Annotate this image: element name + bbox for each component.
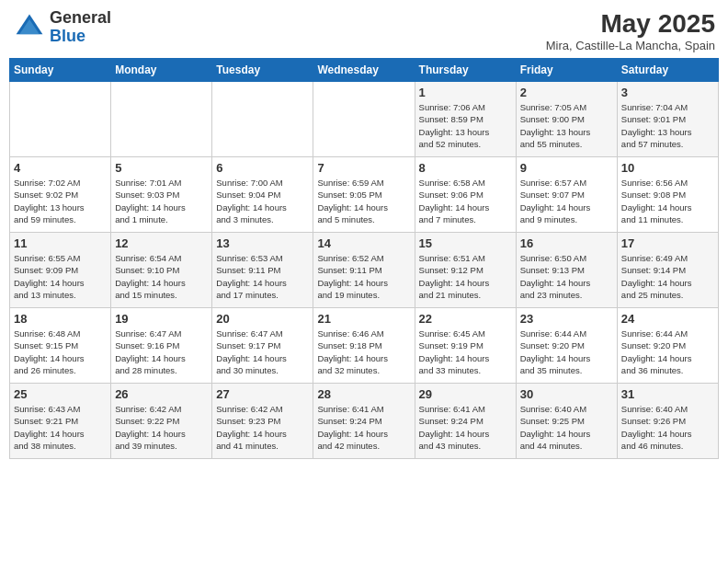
day-number: 2	[520, 86, 613, 99]
day-number: 26	[115, 387, 208, 401]
day-info: Sunrise: 6:57 AM Sunset: 9:07 PM Dayligh…	[520, 177, 613, 225]
calendar-cell: 5Sunrise: 7:01 AM Sunset: 9:03 PM Daylig…	[111, 157, 212, 233]
calendar-cell: 2Sunrise: 7:05 AM Sunset: 9:00 PM Daylig…	[516, 82, 617, 157]
day-number: 23	[520, 312, 613, 326]
calendar-cell	[111, 82, 212, 157]
day-info: Sunrise: 6:50 AM Sunset: 9:13 PM Dayligh…	[520, 252, 613, 301]
calendar-cell: 22Sunrise: 6:45 AM Sunset: 9:19 PM Dayli…	[415, 308, 516, 384]
day-info: Sunrise: 6:59 AM Sunset: 9:05 PM Dayligh…	[317, 177, 410, 225]
logo-general-text: General	[50, 8, 111, 27]
calendar-cell: 29Sunrise: 6:41 AM Sunset: 9:24 PM Dayli…	[415, 384, 516, 459]
calendar-cell: 9Sunrise: 6:57 AM Sunset: 9:07 PM Daylig…	[516, 157, 617, 233]
day-number: 29	[419, 387, 512, 401]
day-number: 21	[317, 312, 410, 326]
day-number: 7	[317, 161, 410, 175]
calendar-cell: 15Sunrise: 6:51 AM Sunset: 9:12 PM Dayli…	[415, 233, 516, 308]
day-header-monday: Monday	[111, 59, 212, 82]
day-number: 17	[621, 236, 714, 250]
calendar-cell: 25Sunrise: 6:43 AM Sunset: 9:21 PM Dayli…	[10, 384, 111, 459]
calendar-cell: 19Sunrise: 6:47 AM Sunset: 9:16 PM Dayli…	[111, 308, 212, 384]
day-info: Sunrise: 6:46 AM Sunset: 9:18 PM Dayligh…	[317, 327, 410, 376]
day-info: Sunrise: 7:01 AM Sunset: 9:03 PM Dayligh…	[115, 177, 208, 225]
day-info: Sunrise: 7:06 AM Sunset: 8:59 PM Dayligh…	[419, 101, 512, 150]
calendar-cell: 8Sunrise: 6:58 AM Sunset: 9:06 PM Daylig…	[415, 157, 516, 233]
day-number: 30	[520, 387, 613, 401]
day-number: 18	[14, 312, 107, 326]
calendar-cell	[10, 82, 111, 157]
calendar-week-5: 25Sunrise: 6:43 AM Sunset: 9:21 PM Dayli…	[10, 384, 719, 459]
calendar-cell: 14Sunrise: 6:52 AM Sunset: 9:11 PM Dayli…	[313, 233, 415, 308]
day-info: Sunrise: 6:54 AM Sunset: 9:10 PM Dayligh…	[115, 252, 208, 301]
calendar-cell: 17Sunrise: 6:49 AM Sunset: 9:14 PM Dayli…	[617, 233, 718, 308]
day-number: 3	[621, 86, 714, 99]
day-number: 5	[115, 161, 208, 175]
day-info: Sunrise: 7:02 AM Sunset: 9:02 PM Dayligh…	[14, 177, 107, 225]
calendar-cell	[212, 82, 313, 157]
day-number: 27	[216, 387, 309, 401]
calendar-cell: 11Sunrise: 6:55 AM Sunset: 9:09 PM Dayli…	[10, 233, 111, 308]
day-info: Sunrise: 6:51 AM Sunset: 9:12 PM Dayligh…	[419, 252, 512, 301]
page-header: General Blue May 2025 Mira, Castille-La …	[9, 9, 719, 52]
calendar-cell: 31Sunrise: 6:40 AM Sunset: 9:26 PM Dayli…	[617, 384, 718, 459]
day-header-friday: Friday	[516, 59, 617, 82]
day-number: 24	[621, 312, 714, 326]
day-info: Sunrise: 7:05 AM Sunset: 9:00 PM Dayligh…	[520, 101, 613, 150]
day-info: Sunrise: 6:53 AM Sunset: 9:11 PM Dayligh…	[216, 252, 309, 301]
day-number: 13	[216, 236, 309, 250]
day-info: Sunrise: 6:49 AM Sunset: 9:14 PM Dayligh…	[621, 252, 714, 301]
calendar-week-3: 11Sunrise: 6:55 AM Sunset: 9:09 PM Dayli…	[10, 233, 719, 308]
calendar-cell: 12Sunrise: 6:54 AM Sunset: 9:10 PM Dayli…	[111, 233, 212, 308]
day-number: 20	[216, 312, 309, 326]
day-number: 22	[419, 312, 512, 326]
calendar-cell: 24Sunrise: 6:44 AM Sunset: 9:20 PM Dayli…	[617, 308, 718, 384]
calendar-cell: 30Sunrise: 6:40 AM Sunset: 9:25 PM Dayli…	[516, 384, 617, 459]
day-info: Sunrise: 6:45 AM Sunset: 9:19 PM Dayligh…	[419, 327, 512, 376]
day-number: 14	[317, 236, 410, 250]
logo-icon	[13, 11, 46, 44]
calendar-table: SundayMondayTuesdayWednesdayThursdayFrid…	[9, 58, 719, 459]
day-info: Sunrise: 6:41 AM Sunset: 9:24 PM Dayligh…	[317, 403, 410, 452]
location-subtitle: Mira, Castille-La Mancha, Spain	[546, 39, 715, 52]
day-info: Sunrise: 6:44 AM Sunset: 9:20 PM Dayligh…	[520, 327, 613, 376]
day-info: Sunrise: 6:48 AM Sunset: 9:15 PM Dayligh…	[14, 327, 107, 376]
day-info: Sunrise: 6:58 AM Sunset: 9:06 PM Dayligh…	[419, 177, 512, 225]
calendar-cell: 3Sunrise: 7:04 AM Sunset: 9:01 PM Daylig…	[617, 82, 718, 157]
calendar-cell: 7Sunrise: 6:59 AM Sunset: 9:05 PM Daylig…	[313, 157, 415, 233]
day-info: Sunrise: 6:40 AM Sunset: 9:26 PM Dayligh…	[621, 403, 714, 452]
calendar-cell	[313, 82, 415, 157]
calendar-cell: 6Sunrise: 7:00 AM Sunset: 9:04 PM Daylig…	[212, 157, 313, 233]
day-header-wednesday: Wednesday	[313, 59, 415, 82]
logo: General Blue	[13, 9, 111, 46]
day-info: Sunrise: 6:42 AM Sunset: 9:23 PM Dayligh…	[216, 403, 309, 452]
calendar-cell: 23Sunrise: 6:44 AM Sunset: 9:20 PM Dayli…	[516, 308, 617, 384]
day-info: Sunrise: 6:43 AM Sunset: 9:21 PM Dayligh…	[14, 403, 107, 452]
calendar-week-2: 4Sunrise: 7:02 AM Sunset: 9:02 PM Daylig…	[10, 157, 719, 233]
calendar-cell: 18Sunrise: 6:48 AM Sunset: 9:15 PM Dayli…	[10, 308, 111, 384]
day-info: Sunrise: 6:47 AM Sunset: 9:17 PM Dayligh…	[216, 327, 309, 376]
day-info: Sunrise: 6:47 AM Sunset: 9:16 PM Dayligh…	[115, 327, 208, 376]
day-info: Sunrise: 7:04 AM Sunset: 9:01 PM Dayligh…	[621, 101, 714, 150]
day-info: Sunrise: 7:00 AM Sunset: 9:04 PM Dayligh…	[216, 177, 309, 225]
logo-blue-text: Blue	[50, 27, 85, 45]
day-header-thursday: Thursday	[415, 59, 516, 82]
day-number: 8	[419, 161, 512, 175]
calendar-cell: 26Sunrise: 6:42 AM Sunset: 9:22 PM Dayli…	[111, 384, 212, 459]
calendar-cell: 28Sunrise: 6:41 AM Sunset: 9:24 PM Dayli…	[313, 384, 415, 459]
title-block: May 2025 Mira, Castille-La Mancha, Spain	[546, 9, 715, 52]
calendar-cell: 20Sunrise: 6:47 AM Sunset: 9:17 PM Dayli…	[212, 308, 313, 384]
day-info: Sunrise: 6:42 AM Sunset: 9:22 PM Dayligh…	[115, 403, 208, 452]
day-info: Sunrise: 6:55 AM Sunset: 9:09 PM Dayligh…	[14, 252, 107, 301]
day-number: 28	[317, 387, 410, 401]
day-number: 16	[520, 236, 613, 250]
calendar-cell: 1Sunrise: 7:06 AM Sunset: 8:59 PM Daylig…	[415, 82, 516, 157]
day-info: Sunrise: 6:52 AM Sunset: 9:11 PM Dayligh…	[317, 252, 410, 301]
calendar-week-1: 1Sunrise: 7:06 AM Sunset: 8:59 PM Daylig…	[10, 82, 719, 157]
day-number: 10	[621, 161, 714, 175]
day-header-sunday: Sunday	[10, 59, 111, 82]
day-number: 12	[115, 236, 208, 250]
day-info: Sunrise: 6:40 AM Sunset: 9:25 PM Dayligh…	[520, 403, 613, 452]
calendar-cell: 13Sunrise: 6:53 AM Sunset: 9:11 PM Dayli…	[212, 233, 313, 308]
day-info: Sunrise: 6:44 AM Sunset: 9:20 PM Dayligh…	[621, 327, 714, 376]
day-number: 19	[115, 312, 208, 326]
day-number: 1	[419, 86, 512, 99]
